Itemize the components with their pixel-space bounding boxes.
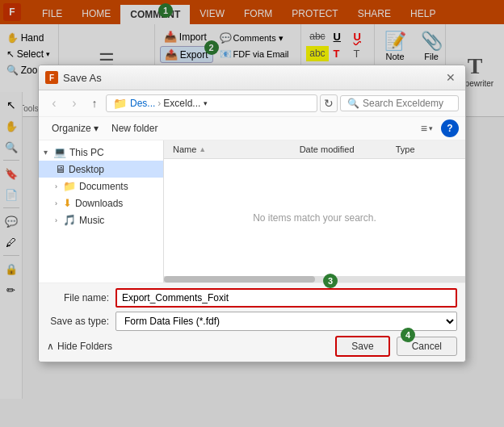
footer-savetype-row: Save as type: Form Data Files (*.fdf) <box>47 312 457 331</box>
tree-arrow-dl: › <box>55 199 63 207</box>
dialog-file-toolbar: Organize ▾ New folder ≡ ▾ ? <box>39 117 465 140</box>
file-list-body: No items match your search. <box>164 159 465 276</box>
nav-separator-1: › <box>158 98 161 109</box>
col-type[interactable]: Type <box>393 142 459 157</box>
filename-input[interactable] <box>116 288 457 308</box>
nav-path-1: Des... <box>130 98 155 109</box>
documents-label: Documents <box>79 181 128 192</box>
hide-chevron-icon: ∧ <box>47 341 54 352</box>
nav-refresh-btn[interactable]: ↻ <box>320 94 338 112</box>
thispc-icon: 💻 <box>53 146 66 158</box>
desktop-icon: 🖥 <box>55 163 65 175</box>
tree-item-downloads[interactable]: › ⬇ Downloads <box>39 195 163 211</box>
search-input[interactable] <box>363 98 452 109</box>
nav-search-bar[interactable]: 🔍 <box>340 95 459 111</box>
dialog-close-btn[interactable]: ✕ <box>443 69 459 86</box>
filename-label: File name: <box>47 292 116 304</box>
view-options-btn[interactable]: ≡ ▾ <box>416 119 438 137</box>
nav-forward-btn[interactable]: › <box>65 94 83 112</box>
hide-folders-label: Hide Folders <box>57 341 112 352</box>
tree-item-thispc[interactable]: ▾ 💻 This PC <box>39 144 163 161</box>
thispc-label: This PC <box>69 147 104 158</box>
dialog-nav: ‹ › ↑ 📁 Des... › Exceld... ▾ ↻ 🔍 <box>39 90 465 117</box>
downloads-label: Downloads <box>75 198 123 209</box>
dialog-overlay: F Save As ✕ ‹ › ↑ 📁 Des... › Exceld... ▾… <box>0 0 504 427</box>
nav-up-btn[interactable]: ↑ <box>86 94 103 112</box>
music-icon: 🎵 <box>63 214 76 226</box>
desktop-label: Desktop <box>69 164 104 175</box>
tree-item-documents[interactable]: › 📁 Documents <box>39 178 163 195</box>
view-list-icon: ≡ <box>421 122 427 135</box>
tree-arrow-thispc: ▾ <box>44 148 53 157</box>
tree-item-music[interactable]: › 🎵 Music <box>39 211 163 228</box>
file-browser: ▾ 💻 This PC 🖥 Desktop › 📁 Documents <box>39 140 465 283</box>
nav-dropdown-icon: ▾ <box>204 99 208 107</box>
music-label: Music <box>79 215 104 226</box>
scrollbar-thumb[interactable] <box>164 276 315 283</box>
tree-arrow-docs: › <box>55 182 63 190</box>
help-icon-btn[interactable]: ? <box>441 119 459 137</box>
file-list: Name ▲ Date modified Type No items match… <box>164 140 465 283</box>
tree-arrow-music: › <box>55 216 63 224</box>
col-name[interactable]: Name ▲ <box>170 142 297 157</box>
downloads-icon: ⬇ <box>63 197 72 209</box>
horizontal-scrollbar[interactable] <box>164 276 465 283</box>
nav-path-bar[interactable]: 📁 Des... › Exceld... ▾ <box>106 94 317 112</box>
badge-3: 3 <box>323 274 338 288</box>
badge-4: 4 <box>401 328 415 342</box>
footer-filename-row: File name: <box>47 288 457 308</box>
dialog-footer: File name: Save as type: Form Data Files… <box>39 283 465 362</box>
organize-btn[interactable]: Organize ▾ <box>45 120 105 136</box>
savetype-label: Save as type: <box>47 316 116 327</box>
file-list-header: Name ▲ Date modified Type <box>164 140 465 159</box>
dialog-titlebar: F Save As ✕ <box>39 65 465 90</box>
new-folder-btn[interactable]: New folder <box>105 120 164 136</box>
sidebar-tree: ▾ 💻 This PC 🖥 Desktop › 📁 Documents <box>39 140 164 283</box>
nav-back-btn[interactable]: ‹ <box>45 94 63 112</box>
tree-item-desktop[interactable]: 🖥 Desktop <box>39 161 163 178</box>
footer-actions: ∧ Hide Folders 4 Save Cancel <box>47 336 457 357</box>
nav-path-2: Exceld... <box>163 98 200 109</box>
folder-icon: 📁 <box>113 97 127 110</box>
documents-icon: 📁 <box>63 180 76 192</box>
save-as-dialog: F Save As ✕ ‹ › ↑ 📁 Des... › Exceld... ▾… <box>38 65 466 362</box>
search-icon: 🔍 <box>347 98 359 109</box>
save-button[interactable]: Save <box>335 336 389 357</box>
dialog-title: Save As <box>63 72 443 84</box>
dialog-title-icon: F <box>45 71 58 84</box>
hide-folders-btn[interactable]: ∧ Hide Folders <box>47 341 112 352</box>
col-date[interactable]: Date modified <box>297 142 393 157</box>
